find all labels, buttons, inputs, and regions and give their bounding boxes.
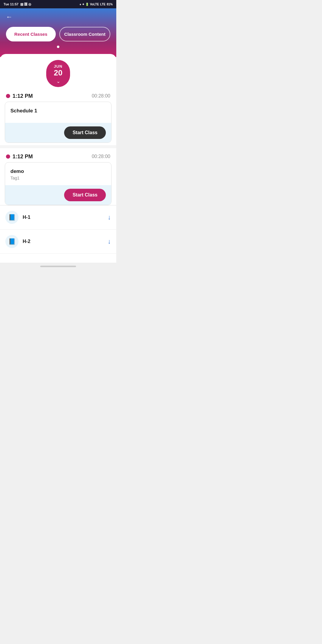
download-button-h2[interactable]: ↓ <box>108 238 111 245</box>
tab-recent-classes[interactable]: Recent Classes <box>6 27 56 41</box>
class-time-2: 1:12 PM <box>13 154 33 160</box>
class-card-footer-1: Start Class <box>5 123 111 143</box>
separator-1 <box>0 145 116 148</box>
class-card-2: demo Tag1 Start Class <box>5 162 112 205</box>
class-card-body-2: demo Tag1 <box>5 162 111 185</box>
class-time-1: 1:12 PM <box>13 93 33 99</box>
status-right: ♦ ✦ 🔋 VoLTE LTE 81% <box>80 3 113 6</box>
date-badge[interactable]: JUN 20 ⌄ <box>46 60 70 87</box>
back-button[interactable]: ← <box>6 13 13 21</box>
home-bar <box>40 266 76 267</box>
class-tag-2: Tag1 <box>10 176 106 180</box>
tab-dot <box>57 46 59 48</box>
resource-name-h2: H-2 <box>23 239 30 244</box>
time-left-1: 1:12 PM <box>6 93 33 99</box>
class-entry-2: 1:12 PM 00:28:00 demo Tag1 Start Class <box>0 151 116 205</box>
time-left-2: 1:12 PM <box>6 154 33 160</box>
class-duration-1: 00:28:00 <box>92 93 110 99</box>
date-month: JUN <box>52 64 64 69</box>
time-dot-1 <box>6 94 10 98</box>
class-card-footer-2: Start Class <box>5 185 111 205</box>
home-indicator <box>0 263 116 270</box>
time-row-2: 1:12 PM 00:28:00 <box>5 154 112 160</box>
resources-list: 📘 H-1 ↓ 📘 H-2 ↓ <box>0 205 116 254</box>
main-content: JUN 20 ⌄ 1:12 PM 00:28:00 Schedule 1 Sta… <box>0 54 116 263</box>
status-icons: ▤ 🖼 ◎ <box>20 2 31 6</box>
time-row-1: 1:12 PM 00:28:00 <box>5 93 112 99</box>
header-gradient: ← Recent Classes Classroom Content <box>0 8 116 57</box>
start-class-button-2[interactable]: Start Class <box>64 189 106 201</box>
resource-left-h1: 📘 H-1 <box>5 211 30 224</box>
resource-item-h2: 📘 H-2 ↓ <box>0 230 116 254</box>
status-left: Tue 11:57 ▤ 🖼 ◎ <box>4 2 31 6</box>
class-duration-2: 00:28:00 <box>92 154 110 159</box>
time-dot-2 <box>6 154 10 159</box>
resource-icon-wrap-h1: 📘 <box>5 211 18 224</box>
start-class-button-1[interactable]: Start Class <box>64 126 106 139</box>
status-bar: Tue 11:57 ▤ 🖼 ◎ ♦ ✦ 🔋 VoLTE LTE 81% <box>0 0 116 8</box>
signal-icon: ♦ ✦ 🔋 <box>80 3 89 6</box>
resource-left-h2: 📘 H-2 <box>5 235 30 248</box>
resource-item-h1: 📘 H-1 ↓ <box>0 205 116 230</box>
resource-book-icon-h2: 📘 <box>8 238 16 245</box>
resource-icon-wrap-h2: 📘 <box>5 235 18 248</box>
tab-switcher: Recent Classes Classroom Content <box>6 27 110 41</box>
download-button-h1[interactable]: ↓ <box>108 213 111 221</box>
lte-label: LTE <box>100 3 106 6</box>
class-entry-1: 1:12 PM 00:28:00 Schedule 1 Start Class <box>0 90 116 143</box>
volte-badge: VoLTE <box>90 3 99 6</box>
class-card-body-1: Schedule 1 <box>5 102 111 123</box>
status-time: Tue 11:57 <box>4 2 18 6</box>
battery-level: 81% <box>107 3 113 6</box>
date-badge-wrapper: JUN 20 ⌄ <box>0 54 116 90</box>
date-day: 20 <box>52 69 64 77</box>
class-card-1: Schedule 1 Start Class <box>5 102 112 143</box>
class-name-2: demo <box>10 168 106 174</box>
class-name-1: Schedule 1 <box>10 108 106 114</box>
resource-book-icon-h1: 📘 <box>8 214 16 221</box>
tab-classroom-content[interactable]: Classroom Content <box>59 27 110 41</box>
tab-indicator <box>6 46 110 48</box>
date-chevron: ⌄ <box>52 78 64 84</box>
resource-name-h1: H-1 <box>23 215 30 220</box>
